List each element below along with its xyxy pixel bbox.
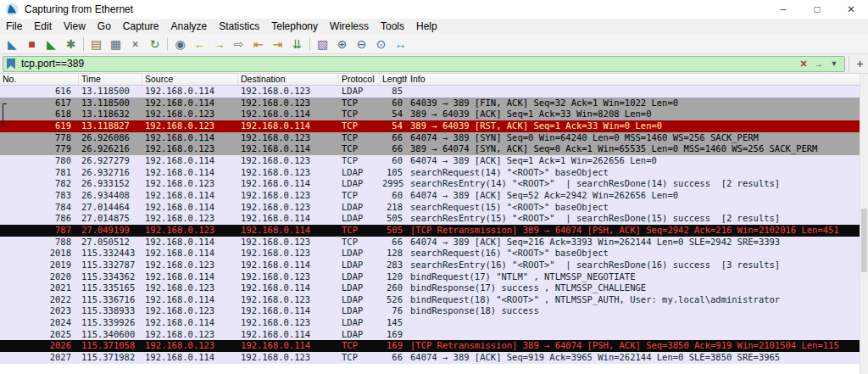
open-file-icon[interactable]: ▤ bbox=[86, 35, 106, 53]
cell-info: bindRequest(17) "NTLM" , NTLMSSP_NEGOTIA… bbox=[408, 271, 868, 283]
packet-row[interactable]: 2023 115.338933 192.168.0.123 192.168.0.… bbox=[0, 305, 868, 317]
packet-row[interactable]: 788 27.050512 192.168.0.114 192.168.0.12… bbox=[0, 237, 868, 248]
cell-info: 64074 → 389 [SYN] Seq=0 Win=64240 Len=0 … bbox=[408, 132, 868, 144]
cell-length: 60 bbox=[380, 98, 408, 109]
packet-row[interactable]: 2020 115.334362 192.168.0.114 192.168.0.… bbox=[0, 271, 868, 283]
menu-item-file[interactable]: File bbox=[0, 19, 28, 34]
minimize-button[interactable]: – bbox=[766, 0, 800, 19]
cell-source: 192.168.0.114 bbox=[142, 132, 238, 144]
menu-item-telephony[interactable]: Telephony bbox=[265, 19, 324, 34]
save-file-icon[interactable]: ▦ bbox=[106, 35, 125, 53]
packet-row[interactable]: 787 27.049199 192.168.0.123 192.168.0.11… bbox=[0, 225, 868, 237]
packet-row[interactable]: 781 26.932716 192.168.0.114 192.168.0.12… bbox=[0, 167, 868, 179]
cell-source: 192.168.0.123 bbox=[142, 282, 238, 294]
go-forward-icon[interactable]: → bbox=[209, 35, 229, 53]
column-header-info[interactable]: Info bbox=[408, 74, 868, 85]
wireshark-app-icon bbox=[5, 3, 19, 16]
display-filter-input[interactable]: tcp.port==389 ✕ → ▼ bbox=[3, 56, 845, 72]
menu-item-view[interactable]: View bbox=[58, 19, 92, 34]
cell-source: 192.168.0.114 bbox=[142, 98, 238, 109]
close-file-icon[interactable]: × bbox=[125, 35, 145, 53]
cell-source: 192.168.0.114 bbox=[142, 86, 238, 98]
restart-capture-icon[interactable]: ◣ bbox=[42, 35, 61, 53]
cell-protocol: LDAP bbox=[339, 248, 380, 260]
go-back-icon[interactable]: ← bbox=[190, 35, 209, 53]
packet-row[interactable]: 619 13.118827 192.168.0.123 192.168.0.11… bbox=[0, 120, 868, 132]
cell-protocol: TCP bbox=[339, 190, 380, 202]
zoom-100-icon[interactable]: ⊙ bbox=[371, 35, 391, 53]
packet-row[interactable]: 779 26.926216 192.168.0.123 192.168.0.11… bbox=[0, 143, 868, 155]
menu-item-statistics[interactable]: Statistics bbox=[213, 19, 265, 34]
cell-info: searchResEntry(16) "<ROOT>" | searchResD… bbox=[408, 260, 868, 271]
cell-destination: 192.168.0.114 bbox=[238, 109, 339, 120]
cell-length: 505 bbox=[380, 225, 408, 237]
zoom-out-icon[interactable]: ⊖ bbox=[352, 35, 371, 53]
packet-row[interactable]: 2026 115.371058 192.168.0.123 192.168.0.… bbox=[0, 340, 868, 352]
cell-info: [TCP Retransmission] 389 → 64074 [PSH, A… bbox=[408, 225, 868, 237]
zoom-in-icon[interactable]: ⊕ bbox=[332, 35, 352, 53]
add-filter-button[interactable]: + bbox=[849, 56, 865, 72]
column-header-length[interactable]: Length bbox=[380, 74, 408, 85]
packet-row[interactable]: 617 13.118500 192.168.0.114 192.168.0.12… bbox=[0, 98, 868, 109]
vertical-scrollbar[interactable] bbox=[860, 74, 868, 374]
column-header-protocol[interactable]: Protocol bbox=[339, 74, 380, 85]
clear-filter-icon[interactable]: ✕ bbox=[797, 57, 810, 70]
packet-row[interactable]: 2018 115.332443 192.168.0.114 192.168.0.… bbox=[0, 248, 868, 260]
packet-row[interactable]: 618 13.118632 192.168.0.123 192.168.0.11… bbox=[0, 109, 868, 120]
menu-item-tools[interactable]: Tools bbox=[375, 19, 410, 34]
packet-row[interactable]: 2024 115.339926 192.168.0.114 192.168.0.… bbox=[0, 317, 868, 329]
capture-options-icon[interactable]: ✱ bbox=[61, 35, 81, 53]
close-button[interactable]: ✕ bbox=[834, 0, 868, 19]
title-bar: Capturing from Ethernet – □ ✕ bbox=[0, 0, 868, 19]
cell-length: 60 bbox=[380, 155, 408, 167]
apply-filter-icon[interactable]: → bbox=[812, 57, 826, 70]
cell-time: 13.118632 bbox=[79, 109, 142, 120]
scrollbar-thumb[interactable] bbox=[861, 209, 867, 272]
menu-item-go[interactable]: Go bbox=[92, 19, 117, 34]
auto-scroll-icon[interactable]: ⇊ bbox=[287, 35, 307, 53]
packet-row[interactable]: 786 27.014875 192.168.0.123 192.168.0.11… bbox=[0, 213, 868, 225]
packet-row[interactable]: 616 13.118500 192.168.0.114 192.168.0.12… bbox=[0, 86, 868, 98]
menu-item-help[interactable]: Help bbox=[410, 19, 443, 34]
packet-row[interactable]: 782 26.933152 192.168.0.123 192.168.0.11… bbox=[0, 178, 868, 190]
go-last-packet-icon[interactable]: ⇥ bbox=[268, 35, 287, 53]
start-capture-icon[interactable]: ◣ bbox=[3, 35, 22, 53]
menu-item-edit[interactable]: Edit bbox=[28, 19, 58, 34]
packet-row[interactable]: 2027 115.371982 192.168.0.114 192.168.0.… bbox=[0, 352, 868, 364]
maximize-button[interactable]: □ bbox=[800, 0, 834, 19]
cell-length: 66 bbox=[380, 143, 408, 155]
packet-row[interactable]: 783 26.934408 192.168.0.114 192.168.0.12… bbox=[0, 190, 868, 202]
packet-row[interactable]: 2019 115.332787 192.168.0.123 192.168.0.… bbox=[0, 260, 868, 271]
resize-columns-icon[interactable]: ↔ bbox=[391, 35, 410, 53]
packet-row[interactable]: 778 26.926086 192.168.0.114 192.168.0.12… bbox=[0, 132, 868, 144]
packet-row[interactable]: 784 27.014464 192.168.0.114 192.168.0.12… bbox=[0, 202, 868, 214]
packet-row[interactable]: 2021 115.335165 192.168.0.123 192.168.0.… bbox=[0, 282, 868, 294]
display-filter-value[interactable]: tcp.port==389 bbox=[21, 58, 795, 70]
bookmark-icon[interactable] bbox=[7, 59, 15, 70]
menu-item-wireless[interactable]: Wireless bbox=[324, 19, 375, 34]
column-header-no[interactable]: No. bbox=[0, 74, 79, 85]
go-first-packet-icon[interactable]: ⇤ bbox=[248, 35, 268, 53]
cell-protocol: TCP bbox=[339, 143, 380, 155]
go-to-packet-icon[interactable]: ⇨ bbox=[229, 35, 248, 53]
packet-row[interactable]: 2022 115.336716 192.168.0.114 192.168.0.… bbox=[0, 294, 868, 306]
find-packet-icon[interactable]: ◉ bbox=[170, 35, 190, 53]
cell-destination: 192.168.0.123 bbox=[238, 352, 339, 364]
column-header-source[interactable]: Source bbox=[142, 74, 238, 85]
column-header-time[interactable]: Time bbox=[79, 74, 142, 85]
menu-item-analyze[interactable]: Analyze bbox=[165, 19, 214, 34]
cell-source: 192.168.0.123 bbox=[142, 213, 238, 225]
colorize-icon[interactable]: ▧ bbox=[313, 35, 332, 53]
column-header-destination[interactable]: Destination bbox=[238, 74, 339, 85]
cell-time: 13.118827 bbox=[79, 120, 142, 132]
cell-time: 26.927279 bbox=[79, 155, 142, 167]
cell-protocol: LDAP bbox=[339, 167, 380, 179]
packet-row[interactable]: 780 26.927279 192.168.0.114 192.168.0.12… bbox=[0, 155, 868, 167]
cell-info bbox=[408, 329, 868, 341]
packet-row[interactable]: 2025 115.340600 192.168.0.123 192.168.0.… bbox=[0, 329, 868, 341]
filter-dropdown-icon[interactable]: ▼ bbox=[827, 57, 841, 70]
cell-info: 64074 → 389 [ACK] Seq=919 Ack=3965 Win=2… bbox=[408, 352, 868, 364]
stop-capture-icon[interactable]: ■ bbox=[22, 35, 42, 53]
reload-icon[interactable]: ↻ bbox=[145, 35, 164, 53]
menu-item-capture[interactable]: Capture bbox=[117, 19, 165, 34]
